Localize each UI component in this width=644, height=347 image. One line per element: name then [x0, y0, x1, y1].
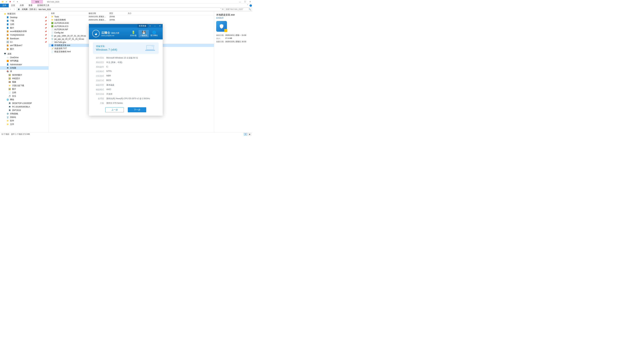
- details-row: 大小:27.6 MB: [216, 37, 250, 40]
- breadcrumb-dropdown-icon[interactable]: ˅: [220, 8, 221, 10]
- tab-share[interactable]: 共享: [18, 4, 26, 7]
- breadcrumb-segment[interactable]: 此电脑: [22, 8, 28, 10]
- item-icon: 💻: [6, 67, 9, 69]
- sidebar-item[interactable]: 💽G:\📌: [0, 40, 48, 44]
- check-icon[interactable]: ✔: [5, 0, 8, 3]
- sidebar-item-label: G:\: [10, 41, 13, 43]
- sidebar-item[interactable]: ⚙️控制面板: [0, 112, 48, 115]
- sidebar-item[interactable]: 💻DESKTOP-LSSOEDP: [0, 101, 48, 105]
- sidebar-item[interactable]: 💻ZMT2019: [0, 108, 48, 112]
- col-date[interactable]: 修改日期: [87, 11, 108, 15]
- sidebar-item[interactable]: 📙YUNQISHI2019📌: [0, 33, 48, 37]
- sidebar-item[interactable]: 📙Bandicam📌: [0, 37, 48, 40]
- sidebar-item[interactable]: 📙win7重装win7: [0, 44, 48, 47]
- maximize-button[interactable]: ☐: [242, 0, 248, 4]
- installer-prev-button[interactable]: 上一步: [105, 107, 124, 112]
- tab-apptools[interactable]: 应用程序工具: [35, 4, 52, 7]
- sidebar-item[interactable]: 📁文件: [0, 123, 48, 126]
- sidebar-quick-access[interactable]: ⭐快速访问: [0, 12, 48, 15]
- installer-nav-install[interactable]: 💾一键装机: [138, 30, 149, 37]
- file-row[interactable]: 📁Tools2020/12/25, 星期五 1…文件夹: [49, 15, 214, 18]
- qat-dropdown-icon[interactable]: ▾: [16, 0, 19, 3]
- window-titlebar: 📁 ✔ ✖ ↶ ▾ 管理 Win7x64_2020 — ☐ ✕: [0, 0, 252, 4]
- tab-home[interactable]: 主页: [9, 4, 18, 7]
- view-details-button[interactable]: ☰: [244, 133, 247, 136]
- undo-icon[interactable]: ↶: [12, 0, 15, 3]
- nav-recent-dropdown[interactable]: ▾: [9, 8, 12, 11]
- sidebar-desktop[interactable]: 🖥️桌面: [0, 52, 48, 56]
- installer-contact-button[interactable]: 联系客服: [138, 24, 148, 28]
- sidebar-item[interactable]: 📚库: [0, 70, 48, 73]
- installer-key: 启动方式: [93, 79, 104, 82]
- nav-back-button[interactable]: ←: [1, 8, 4, 11]
- item-icon: 📁: [6, 120, 9, 122]
- file-name: pe_yqs_xp_20_07_31_15_53.iso: [54, 38, 84, 40]
- sidebar-item[interactable]: ☁️OneDrive: [0, 56, 48, 59]
- view-icons-button[interactable]: ▦: [248, 133, 251, 136]
- sidebar-item[interactable]: 🖼️图片: [0, 87, 48, 91]
- breadcrumb[interactable]: 💻 › 此电脑 › 文档 (E:) › Win7x64_2020 ˅ ⟳: [17, 8, 224, 11]
- sidebar-item[interactable]: 🖼️本机照片: [0, 77, 48, 80]
- nav-forward-button[interactable]: →: [5, 8, 8, 11]
- installer-next-button[interactable]: 下一步: [128, 107, 146, 112]
- address-bar: ← → ▾ ↑ 💻 › 此电脑 › 文档 (E:) › Win7x64_2020…: [0, 7, 252, 11]
- installer-close-button[interactable]: ✕: [158, 24, 162, 28]
- col-size[interactable]: 大小: [126, 11, 140, 15]
- sidebar-item-label: 此电脑: [10, 66, 16, 69]
- sidebar-item[interactable]: 📘文档📌: [0, 23, 48, 26]
- sidebar-item[interactable]: 📙图片: [0, 47, 48, 51]
- sidebar-item-label: 控制面板: [10, 112, 18, 115]
- item-icon: 💻: [8, 106, 11, 108]
- installer-nav-web[interactable]: 🌐官方网址: [149, 30, 159, 37]
- sidebar-item[interactable]: 📘下载📌: [0, 19, 48, 23]
- installer-nav-usb[interactable]: 🔋启动U盘: [128, 30, 138, 37]
- details-value: 2020/12/25, 星期五 16:33: [225, 40, 246, 43]
- context-tab[interactable]: 管理: [31, 0, 43, 4]
- minimize-button[interactable]: —: [238, 0, 242, 4]
- sidebar-item[interactable]: 🎞️视频: [0, 80, 48, 84]
- file-icon: 🟩: [51, 25, 54, 28]
- file-icon: 💿: [51, 38, 54, 40]
- file-icon: 📝: [51, 47, 54, 50]
- tab-file[interactable]: 文件: [0, 4, 9, 7]
- refresh-icon[interactable]: ⟳: [222, 8, 224, 10]
- sidebar-item[interactable]: 📘图片📌: [0, 26, 48, 30]
- item-icon: 💽: [6, 41, 9, 43]
- installer-minimize-button[interactable]: —: [152, 24, 157, 28]
- sidebar-item[interactable]: 💻此电脑: [0, 66, 48, 70]
- col-type[interactable]: 类型: [108, 11, 126, 15]
- installer-menu-button[interactable]: ≡: [148, 24, 152, 28]
- sidebar-item[interactable]: 📁天翼云盘下载: [0, 84, 48, 87]
- sidebar-item[interactable]: 📙excel表格制作求和📌: [0, 30, 48, 33]
- breadcrumb-segment[interactable]: Win7x64_2020: [38, 8, 51, 10]
- installer-dialog: 联系客服 ≡ — ✕ 云骑士 装机大师 www.yunqishi.net 🔋启动…: [89, 24, 163, 116]
- sidebar-item[interactable]: 👤Administrator: [0, 63, 48, 66]
- file-row[interactable]: 📁U盘安装教程2020/12/25, 星期五 1…文件夹: [49, 18, 214, 21]
- details-row: 修改日期:2020/10/12, 星期一 15:30: [216, 34, 250, 36]
- disk-icon: 💾: [138, 30, 149, 34]
- search-input[interactable]: 搜索"Win7x64_2020" 🔍: [225, 8, 252, 11]
- sidebar-item[interactable]: 📘Desktop📌: [0, 15, 48, 19]
- installer-value: NTFS: [106, 70, 112, 73]
- file-icon: 📄: [51, 31, 54, 34]
- sidebar-item[interactable]: 💻PC-20190530OBLA: [0, 105, 48, 108]
- ribbon-expand-icon[interactable]: ˅: [247, 4, 248, 7]
- sidebar-item[interactable]: 🟧WPS网盘: [0, 59, 48, 63]
- sidebar-item[interactable]: 📄文档: [0, 91, 48, 94]
- breadcrumb-segment[interactable]: 文档 (E:): [29, 8, 36, 10]
- help-icon[interactable]: ?: [250, 4, 252, 7]
- sidebar-item[interactable]: 🖼️保存的图片: [0, 73, 48, 77]
- installer-kv-row: 系统盘符C:: [93, 65, 159, 68]
- installer-value: MBR: [106, 75, 111, 77]
- tab-view[interactable]: 查看: [26, 4, 35, 7]
- pin-icon: 📌: [45, 23, 47, 25]
- sidebar-item[interactable]: 🎵音乐: [0, 94, 48, 98]
- nav-up-button[interactable]: ↑: [13, 8, 16, 11]
- close-button[interactable]: ✕: [248, 0, 252, 4]
- close-red-icon[interactable]: ✖: [9, 0, 12, 3]
- col-name[interactable]: 名称: [49, 11, 87, 15]
- sidebar-item[interactable]: 🗑️回收站: [0, 115, 48, 119]
- sidebar-item[interactable]: 📁软件: [0, 119, 48, 123]
- sidebar-network[interactable]: 🌐网络: [0, 98, 48, 101]
- search-icon[interactable]: 🔍: [249, 8, 251, 10]
